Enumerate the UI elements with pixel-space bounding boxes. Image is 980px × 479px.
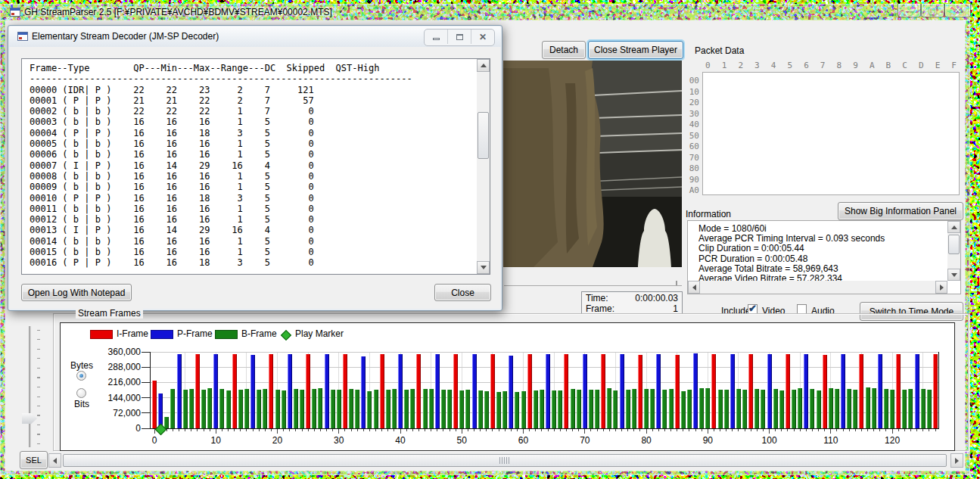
decoder-line[interactable]: Frame--Type QP---Min---Max--Range---DC S… [30, 63, 474, 73]
dialog-close-action-button[interactable]: Close [434, 284, 491, 301]
frame-bar[interactable] [613, 390, 618, 428]
detach-button[interactable]: Detach [542, 41, 586, 59]
frame-bar[interactable] [318, 388, 322, 428]
frame-bar[interactable] [650, 389, 655, 428]
scroll-up-button[interactable] [947, 221, 960, 233]
video-seek-track[interactable] [504, 285, 682, 286]
frame-bar[interactable] [232, 354, 237, 428]
scroll-left-button[interactable] [688, 281, 700, 294]
frame-bar[interactable] [447, 390, 452, 428]
frame-bar[interactable] [386, 390, 390, 428]
frame-bar[interactable] [921, 389, 926, 428]
frame-bar[interactable] [177, 354, 182, 428]
frame-bar[interactable] [435, 354, 440, 428]
frame-bar[interactable] [496, 392, 501, 428]
frame-bar[interactable] [213, 354, 218, 428]
frame-bar[interactable] [829, 388, 833, 428]
decoder-line[interactable]: 00015 ( b | b ) 16 16 16 1 5 0 [30, 247, 474, 257]
frame-bar[interactable] [195, 354, 200, 428]
video-preview[interactable] [503, 61, 682, 267]
frame-bar[interactable] [669, 389, 674, 428]
frame-bar[interactable] [571, 389, 575, 428]
frame-bar[interactable] [804, 354, 808, 428]
frame-bar[interactable] [626, 390, 630, 428]
frame-bar[interactable] [558, 390, 562, 428]
frame-bar[interactable] [552, 390, 556, 428]
frame-bar[interactable] [583, 354, 587, 428]
scroll-right-button[interactable] [935, 281, 947, 294]
decoder-line[interactable]: 00013 ( I | P ) 16 14 29 16 4 0 [30, 225, 474, 235]
frame-bar[interactable] [736, 389, 741, 428]
frame-bar[interactable] [441, 390, 446, 428]
decoder-line[interactable]: 00008 ( b | b ) 16 16 16 1 5 0 [30, 171, 474, 182]
frame-bar[interactable] [189, 389, 194, 428]
frame-bar[interactable] [644, 389, 649, 428]
maximize-button[interactable]: ▢ [921, 4, 944, 17]
frame-bar[interactable] [404, 390, 409, 428]
frame-bar[interactable] [207, 388, 212, 428]
frame-bar[interactable] [792, 390, 796, 428]
scroll-thumb[interactable] [63, 454, 947, 467]
frame-bar[interactable] [601, 354, 605, 428]
decoder-line[interactable]: 00001 ( P | P ) 21 21 22 2 7 57 [30, 95, 474, 106]
frame-bar[interactable] [331, 390, 335, 428]
frame-bar[interactable] [890, 390, 894, 428]
scroll-down-button[interactable] [947, 269, 960, 281]
frame-bar[interactable] [835, 389, 839, 428]
frame-bar[interactable] [509, 356, 513, 428]
frame-bar[interactable] [681, 391, 686, 428]
frame-bar[interactable] [823, 355, 827, 428]
frame-bar[interactable] [933, 354, 938, 428]
chart-hscrollbar[interactable] [48, 453, 963, 468]
frame-bar[interactable] [312, 389, 316, 428]
decoder-line[interactable]: 00016 ( P | P ) 16 16 18 3 5 0 [30, 257, 474, 268]
dialog-minimize-button[interactable] [425, 30, 448, 44]
info-hscrollbar[interactable] [688, 281, 947, 294]
scroll-thumb[interactable] [948, 235, 960, 254]
frame-bar[interactable] [226, 390, 231, 428]
decoder-line[interactable]: 00005 ( b | b ) 16 16 16 1 5 0 [30, 138, 474, 149]
frame-bar[interactable] [817, 390, 821, 428]
frame-bar[interactable] [398, 354, 403, 428]
frame-bar[interactable] [392, 389, 397, 428]
frame-bar[interactable] [306, 354, 310, 428]
frame-bar[interactable] [164, 417, 169, 428]
frame-bar[interactable] [502, 391, 507, 428]
frame-bar[interactable] [754, 389, 759, 428]
decoder-line[interactable]: 00007 ( I | P ) 16 14 29 16 4 0 [30, 160, 474, 171]
frame-bar[interactable] [269, 354, 273, 428]
frame-bar[interactable] [632, 389, 636, 428]
frame-bar[interactable] [490, 354, 495, 428]
frame-bar[interactable] [878, 354, 882, 428]
frame-bar[interactable] [484, 391, 489, 428]
frame-bar[interactable] [453, 354, 458, 428]
decoder-line[interactable]: 00000 (IDR| P ) 22 22 23 2 7 121 [30, 85, 474, 95]
decoder-line[interactable]: 00011 ( b | b ) 16 16 16 1 5 0 [30, 204, 474, 214]
dialog-titlebar[interactable]: Elementary Stream Decoder (JM-SP Decoder… [9, 26, 501, 47]
frame-bar[interactable] [724, 390, 729, 428]
frame-bar[interactable] [853, 390, 857, 428]
frame-bar[interactable] [527, 354, 532, 428]
frame-bar[interactable] [564, 354, 568, 428]
frame-bar[interactable] [337, 390, 341, 428]
frame-bar[interactable] [662, 390, 667, 428]
minimize-button[interactable]: — [898, 4, 921, 17]
frame-bar[interactable] [343, 354, 347, 428]
frame-bar[interactable] [847, 389, 851, 428]
frame-bar[interactable] [656, 354, 661, 428]
frame-bar[interactable] [859, 354, 863, 428]
frame-bar[interactable] [810, 389, 814, 428]
decoder-line[interactable]: 00004 ( P | P ) 16 16 18 3 5 0 [30, 128, 474, 138]
frame-bar[interactable] [374, 390, 378, 428]
dialog-close-button[interactable]: ✕ [471, 30, 494, 44]
frame-bar[interactable] [699, 388, 704, 428]
frame-bar[interactable] [263, 389, 267, 428]
frame-bar[interactable] [380, 354, 384, 428]
frame-bar[interactable] [607, 388, 611, 428]
scroll-right-button[interactable] [950, 453, 963, 468]
frame-bar[interactable] [546, 354, 550, 428]
scroll-left-button[interactable] [48, 453, 61, 468]
frame-bar[interactable] [250, 355, 255, 428]
frame-bar[interactable] [927, 390, 932, 428]
frame-bar[interactable] [367, 391, 372, 428]
